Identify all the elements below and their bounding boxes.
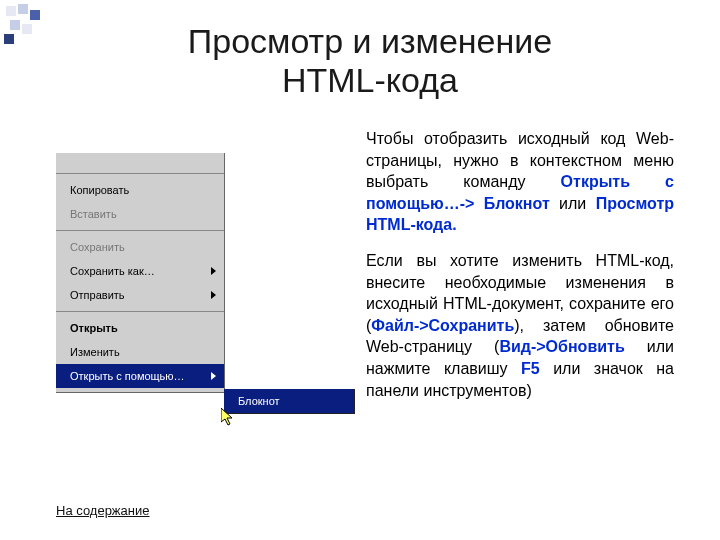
menu-blank-top — [56, 153, 224, 173]
submenu-arrow-icon — [211, 267, 216, 275]
text: или — [550, 195, 596, 212]
cursor-icon — [221, 408, 235, 426]
menu-item-save[interactable]: Сохранить — [56, 235, 224, 259]
deco-square-icon — [4, 34, 14, 44]
back-to-contents-link[interactable]: На содержание — [56, 503, 149, 518]
title-line-2: HTML-кода — [282, 61, 458, 99]
paragraph-1: Чтобы отобразить исходный код Web-страни… — [366, 128, 674, 236]
menu-item-label: Открыть — [70, 322, 118, 334]
menu-item-label: Копировать — [70, 184, 129, 196]
deco-square-icon — [30, 10, 40, 20]
menu-item-edit[interactable]: Изменить — [56, 340, 224, 364]
menu-item-label: Открыть с помощью… — [70, 370, 185, 382]
menu-item-label: Вставить — [70, 208, 117, 220]
deco-square-icon — [18, 4, 28, 14]
highlight: Вид->Обновить — [499, 338, 624, 355]
deco-square-icon — [10, 20, 20, 30]
svg-marker-0 — [221, 408, 232, 425]
highlight: Файл->Сохранить — [371, 317, 514, 334]
menu-item-save-as[interactable]: Сохранить как… — [56, 259, 224, 283]
deco-square-icon — [22, 24, 32, 34]
slide-text: Чтобы отобразить исходный код Web-страни… — [366, 128, 674, 415]
menu-item-open-with[interactable]: Открыть с помощью… — [56, 364, 224, 388]
submenu-open-with: Блокнот — [224, 389, 355, 414]
submenu-arrow-icon — [211, 291, 216, 299]
menu-item-label: Сохранить — [70, 241, 125, 253]
link-label: На содержание — [56, 503, 149, 518]
menu-item-label: Блокнот — [238, 395, 280, 407]
paragraph-2: Если вы хотите изменить HTML-код, внесит… — [366, 250, 674, 401]
highlight: F5 — [521, 360, 540, 377]
menu-item-label: Отправить — [70, 289, 125, 301]
menu-item-label: Сохранить как… — [70, 265, 155, 277]
slide-title: Просмотр и изменение HTML-кода — [90, 22, 650, 100]
menu-item-copy[interactable]: Копировать — [56, 178, 224, 202]
context-menu: Копировать Вставить Сохранить Сохранить … — [56, 153, 225, 393]
menu-item-label: Изменить — [70, 346, 120, 358]
menu-item-open[interactable]: Открыть — [56, 316, 224, 340]
submenu-arrow-icon — [211, 372, 216, 380]
menu-item-send[interactable]: Отправить — [56, 283, 224, 307]
deco-square-icon — [6, 6, 16, 16]
submenu-item-notepad[interactable]: Блокнот — [224, 389, 354, 413]
title-line-1: Просмотр и изменение — [188, 22, 552, 60]
context-menu-illustration: Копировать Вставить Сохранить Сохранить … — [56, 153, 356, 393]
menu-item-paste[interactable]: Вставить — [56, 202, 224, 226]
